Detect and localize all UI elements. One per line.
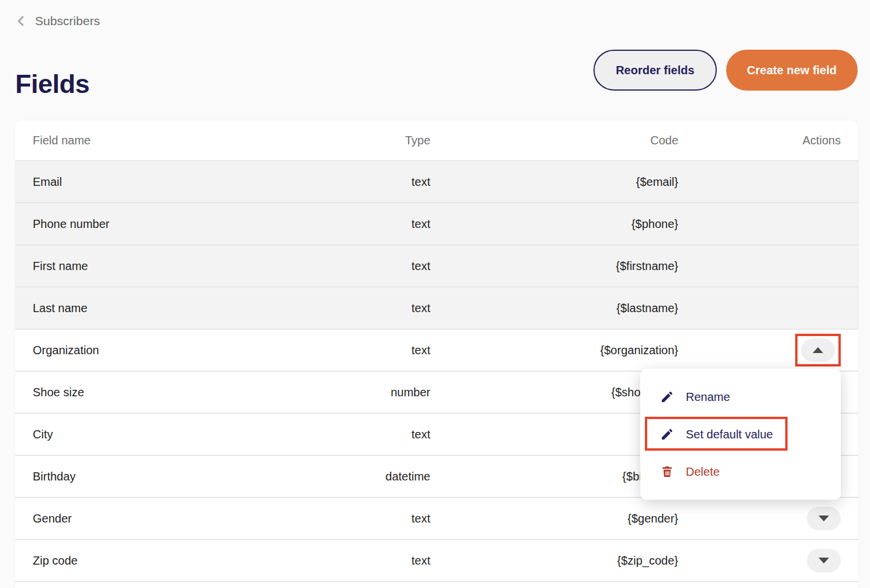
chevron-left-icon bbox=[13, 13, 29, 29]
type-cell: text bbox=[337, 302, 430, 315]
type-cell: text bbox=[337, 512, 430, 525]
code-cell: {$zip_code} bbox=[430, 554, 678, 568]
fields-page: Subscribers Fields Reorder fields Create… bbox=[0, 0, 870, 588]
field-name-cell: Gender bbox=[33, 512, 337, 525]
menu-item-set-default-value[interactable]: Set default value bbox=[640, 416, 841, 453]
header-type: Type bbox=[337, 134, 430, 147]
code-cell: {$gender} bbox=[430, 512, 678, 525]
type-cell: text bbox=[337, 175, 430, 189]
menu-item-delete[interactable]: Delete bbox=[640, 453, 841, 490]
type-cell: text bbox=[337, 217, 430, 231]
header-actions: Actions bbox=[678, 134, 841, 147]
code-cell: {$firstname} bbox=[430, 260, 678, 273]
field-name-cell: Phone number bbox=[33, 217, 337, 231]
page-title: Fields bbox=[15, 69, 89, 99]
field-name-cell: Zip code bbox=[33, 554, 337, 568]
table-row-partial bbox=[15, 581, 858, 588]
table-header-row: Field name Type Code Actions bbox=[15, 120, 858, 160]
table-row: Last name text {$lastname} bbox=[15, 286, 858, 328]
annotation-highlight-box bbox=[795, 334, 841, 366]
field-name-cell: Organization bbox=[33, 344, 337, 357]
create-new-field-button[interactable]: Create new field bbox=[726, 50, 858, 91]
field-name-cell: Email bbox=[33, 175, 337, 189]
actions-cell bbox=[678, 334, 841, 366]
reorder-fields-button[interactable]: Reorder fields bbox=[593, 50, 716, 91]
menu-item-label: Delete bbox=[686, 465, 720, 479]
table-row: First name text {$firstname} bbox=[15, 244, 858, 286]
menu-item-label: Rename bbox=[686, 390, 730, 404]
type-cell: datetime bbox=[337, 470, 430, 483]
breadcrumb-back-subscribers[interactable]: Subscribers bbox=[13, 13, 100, 29]
code-cell: {$email} bbox=[430, 175, 678, 189]
header-field-name: Field name bbox=[33, 134, 337, 147]
header-code: Code bbox=[430, 134, 678, 147]
toolbar: Reorder fields Create new field bbox=[593, 50, 858, 91]
actions-cell bbox=[678, 507, 841, 530]
pencil-icon bbox=[660, 427, 674, 441]
type-cell: text bbox=[337, 428, 430, 441]
code-cell: {$lastname} bbox=[430, 302, 678, 315]
type-cell: text bbox=[337, 554, 430, 568]
field-name-cell: First name bbox=[33, 260, 337, 273]
table-row: Phone number text {$phone} bbox=[15, 202, 858, 244]
row-actions-menu: Rename Set default value Delete bbox=[640, 369, 841, 500]
menu-item-rename[interactable]: Rename bbox=[640, 378, 841, 416]
caret-down-icon bbox=[819, 516, 829, 521]
table-row: Email text {$email} bbox=[15, 160, 858, 202]
code-cell: {$organization} bbox=[430, 344, 678, 357]
field-name-cell: Shoe size bbox=[33, 386, 337, 399]
type-cell: text bbox=[337, 260, 430, 273]
table-row: Gender text {$gender} bbox=[15, 497, 858, 539]
trash-icon bbox=[660, 465, 674, 479]
caret-up-icon bbox=[813, 347, 823, 353]
field-name-cell: Birthday bbox=[33, 470, 337, 483]
field-name-cell: Last name bbox=[33, 302, 337, 315]
caret-down-icon bbox=[819, 558, 829, 563]
table-row: Organization text {$organization} bbox=[15, 328, 858, 371]
actions-cell bbox=[678, 549, 841, 572]
code-cell: {$phone} bbox=[430, 217, 678, 231]
row-actions-toggle[interactable] bbox=[807, 507, 841, 530]
fields-table: Field name Type Code Actions Email text … bbox=[15, 120, 858, 588]
breadcrumb-label: Subscribers bbox=[35, 14, 100, 28]
field-name-cell: City bbox=[33, 428, 337, 441]
table-row: Zip code text {$zip_code} bbox=[15, 539, 858, 581]
row-actions-toggle[interactable] bbox=[807, 549, 841, 572]
pencil-icon bbox=[660, 390, 674, 404]
type-cell: text bbox=[337, 344, 430, 357]
row-actions-toggle[interactable] bbox=[801, 338, 835, 362]
type-cell: number bbox=[337, 386, 430, 399]
menu-item-label: Set default value bbox=[686, 428, 773, 441]
